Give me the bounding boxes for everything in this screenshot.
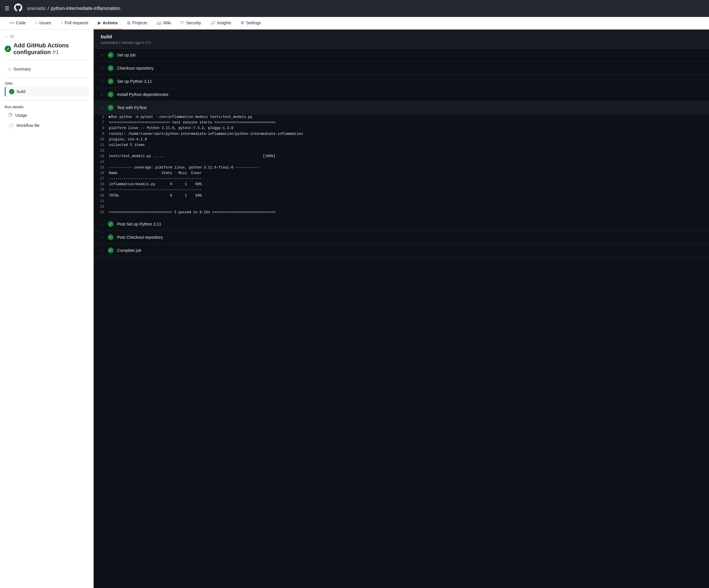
step-success-icon: ✓ <box>108 234 113 240</box>
terminal-line: 14 <box>94 160 709 165</box>
tab-actions-label: Actions <box>103 21 118 25</box>
line-number: 10 <box>94 137 109 142</box>
workflow-file-label: Workflow file <box>17 123 40 128</box>
step-pytest[interactable]: ⌄ ✓ Test with PyTest <box>94 101 709 114</box>
line-content: TOTAL 9 1 89% <box>109 193 202 199</box>
hamburger-button[interactable]: ☰ <box>5 5 9 12</box>
back-link[interactable]: ← CI <box>5 34 89 38</box>
line-content: tests/test_models.py ..... [100%] <box>109 153 275 159</box>
line-number: 14 <box>94 160 109 165</box>
step-checkout[interactable]: › ✓ Checkout repository <box>94 62 709 75</box>
issues-icon: ○ <box>35 21 37 25</box>
line-number: 8 <box>94 125 109 131</box>
projects-icon: ⊞ <box>127 21 131 25</box>
step-install-deps[interactable]: › ✓ Install Python dependencies <box>94 88 709 101</box>
line-number: 18 <box>94 182 109 187</box>
workflow-number: #1 <box>52 49 59 55</box>
step-complete-job[interactable]: › ✓ Complete job <box>94 244 709 257</box>
tab-security[interactable]: 🛡 Security <box>176 17 206 29</box>
line-number: 12 <box>94 148 109 153</box>
content-area: build succeeded 2 minutes ago in 17s › ✓… <box>94 30 709 588</box>
github-logo <box>14 3 22 13</box>
insights-icon: 📈 <box>210 21 215 25</box>
job-build[interactable]: ✓ build <box>5 87 89 96</box>
tab-projects[interactable]: ⊞ Projects <box>122 17 152 29</box>
terminal-line: 17--------------------------------------… <box>94 176 709 182</box>
line-number: 20 <box>94 193 109 199</box>
run-details-label: Run details <box>5 105 89 109</box>
tab-actions[interactable]: ▶ Actions <box>93 17 122 29</box>
owner-link[interactable]: anenadic <box>27 6 46 11</box>
line-content: ============================= test sessi… <box>109 120 275 125</box>
terminal-line: 12 <box>94 148 709 153</box>
workflow-file-icon: 📄 <box>8 122 14 128</box>
settings-icon: ⚙ <box>241 21 244 25</box>
back-link-label: CI <box>10 34 14 38</box>
line-number: 15 <box>94 165 109 171</box>
step-post-setup-python-label: Post Set up Python 3.11 <box>117 222 161 226</box>
tab-pullrequests[interactable]: ⑃ Pull requests <box>56 17 93 29</box>
usage-link[interactable]: ⏱ Usage <box>5 110 89 120</box>
tab-settings-label: Settings <box>246 21 261 25</box>
step-post-checkout[interactable]: › ✓ Post Checkout repository <box>94 231 709 244</box>
tab-projects-label: Projects <box>132 21 147 25</box>
build-title: build <box>101 34 702 39</box>
step-success-icon: ✓ <box>108 52 113 58</box>
line-number: 7 <box>94 120 109 125</box>
jobs-label: Jobs <box>5 81 89 85</box>
step-success-icon: ✓ <box>108 248 113 253</box>
workflow-file-link[interactable]: 📄 Workflow file <box>5 120 89 131</box>
chevron-right-icon: › <box>100 66 104 70</box>
step-setup-python[interactable]: › ✓ Set up Python 3.11 <box>94 75 709 88</box>
step-checkout-label: Checkout repository <box>117 66 154 71</box>
step-success-icon: ✓ <box>108 221 113 227</box>
step-setup-job-label: Set up job <box>117 53 135 57</box>
terminal-line: 22 <box>94 204 709 210</box>
line-content: rootdir: /home/runner/work/python-interm… <box>109 131 303 137</box>
actions-icon: ▶ <box>98 21 101 25</box>
line-content: ----------------------------------------… <box>109 187 202 193</box>
terminal-line: 20TOTAL 9 1 89% <box>94 193 709 199</box>
workflow-success-icon: ✓ <box>5 46 11 52</box>
summary-icon: ⌂ <box>8 66 11 72</box>
terminal-line: 9rootdir: /home/runner/work/python-inter… <box>94 131 709 137</box>
nav-tabs: <> Code ○ Issues ⑃ Pull requests ▶ Actio… <box>0 17 709 30</box>
step-setup-job[interactable]: › ✓ Set up job <box>94 49 709 62</box>
breadcrumb: anenadic / python-intermediate-inflammat… <box>27 6 120 11</box>
step-post-checkout-label: Post Checkout repository <box>117 235 163 240</box>
header: ☰ anenadic / python-intermediate-inflamm… <box>0 0 709 17</box>
step-post-setup-python[interactable]: › ✓ Post Set up Python 3.11 <box>94 218 709 231</box>
line-number: 16 <box>94 171 109 176</box>
line-content: ============================== 5 passed … <box>109 210 275 215</box>
build-header: build succeeded 2 minutes ago in 17s <box>94 30 709 49</box>
terminal-line: 1▶Run python -m pytest --cov=inflammatio… <box>94 114 709 120</box>
sidebar: ← CI ✓ Add GitHub Actions configuration … <box>0 30 94 588</box>
job-build-label: build <box>17 89 25 94</box>
terminal-line: 10plugins: cov-4.1.0 <box>94 137 709 142</box>
tab-code[interactable]: <> Code <box>5 17 30 29</box>
tab-wiki[interactable]: 📖 Wiki <box>152 17 176 29</box>
repo-name: python-intermediate-inflammation <box>51 6 120 11</box>
line-content: collected 5 items <box>109 142 145 148</box>
terminal-line: 19--------------------------------------… <box>94 187 709 193</box>
terminal-line: 23============================== 5 passe… <box>94 210 709 215</box>
summary-label: Summary <box>14 67 31 72</box>
summary-link[interactable]: ⌂ Summary <box>5 64 89 74</box>
sidebar-divider-1 <box>5 60 89 61</box>
tab-settings[interactable]: ⚙ Settings <box>236 17 266 29</box>
main-container: ← CI ✓ Add GitHub Actions configuration … <box>0 30 709 588</box>
tab-code-label: Code <box>16 21 25 25</box>
step-success-icon: ✓ <box>108 91 113 97</box>
security-icon: 🛡 <box>180 21 184 25</box>
tab-insights-label: Insights <box>217 21 231 25</box>
terminal-output: 1▶Run python -m pytest --cov=inflammatio… <box>94 114 709 218</box>
chevron-right-icon: › <box>100 53 104 57</box>
step-complete-job-label: Complete job <box>117 248 141 253</box>
tab-issues[interactable]: ○ Issues <box>30 17 56 29</box>
tab-insights[interactable]: 📈 Insights <box>206 17 236 29</box>
code-icon: <> <box>9 21 14 25</box>
step-list: › ✓ Set up job › ✓ Checkout repository ›… <box>94 49 709 257</box>
terminal-line: 16Name Stmts Miss Cover <box>94 171 709 176</box>
build-meta: succeeded 2 minutes ago in 17s <box>101 41 702 45</box>
line-number: 22 <box>94 204 109 210</box>
